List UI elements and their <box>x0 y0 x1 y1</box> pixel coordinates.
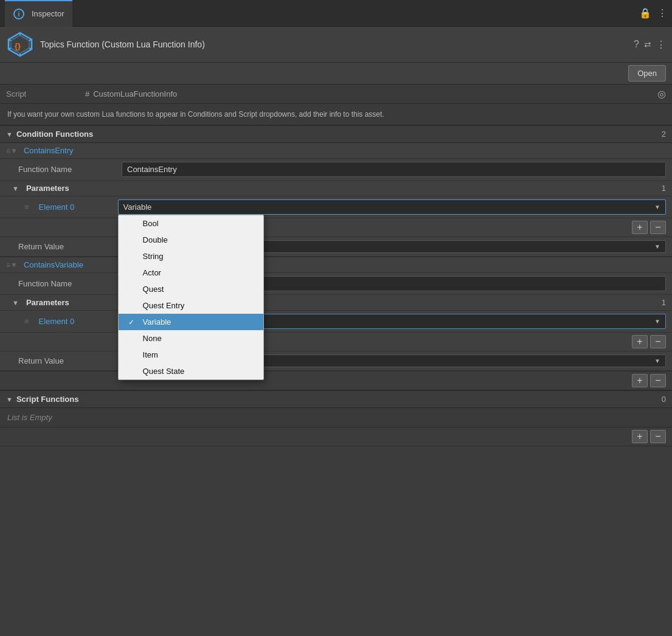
element-row-2: ≡ Element 0 Variable ▼ <box>0 311 672 333</box>
params-count-1: 1 <box>662 184 666 193</box>
lock-icon[interactable]: 🔒 <box>639 7 651 19</box>
tab-label: Inspector <box>32 9 64 18</box>
condition-functions-count: 2 <box>662 130 666 139</box>
remove-condition-fn[interactable]: − <box>650 374 666 387</box>
dropdown-option-quest-state[interactable]: Quest State <box>119 363 263 379</box>
dropdown-option-quest-entry[interactable]: Quest Entry <box>119 297 263 314</box>
dropdown-option-item[interactable]: Item <box>119 347 263 363</box>
params-pm-row-2: + − <box>0 333 672 351</box>
script-value: # CustomLuaFunctionInfo <box>85 89 651 99</box>
remove-param-2[interactable]: − <box>650 335 666 348</box>
collapse-triangle: ▼ <box>6 131 13 138</box>
open-button[interactable]: Open <box>628 65 666 81</box>
empty-list-label: List is Empty <box>7 413 52 422</box>
return-arrow-1: ▼ <box>654 243 660 250</box>
function-header-contains-entry: ≡▼ ContainsEntry <box>0 143 672 159</box>
script-collapse-triangle: ▼ <box>6 396 13 403</box>
add-param-1[interactable]: + <box>632 221 648 234</box>
return-row-2: Return Value ▼ <box>0 351 672 371</box>
function-block-contains-entry: ≡▼ ContainsEntry Function Name ContainsE… <box>0 143 672 257</box>
drag-handle-1[interactable]: ≡▼ <box>6 147 18 155</box>
params-triangle-1: ▼ <box>12 185 19 192</box>
svg-text:{}: {} <box>15 41 21 50</box>
transform-icon[interactable]: ⇄ <box>644 40 651 49</box>
script-functions-count: 0 <box>662 395 666 404</box>
component-header-actions: ? ⇄ ⋮ <box>634 39 666 50</box>
fn-title-2: ContainsVariable <box>24 260 83 269</box>
return-label-2: Return Value <box>18 356 116 365</box>
empty-list: List is Empty <box>0 408 672 427</box>
function-header-contains-variable: ≡▼ ContainsVariable <box>0 257 672 273</box>
element-label-2: Element 0 <box>39 317 112 326</box>
component-icon: {} <box>6 30 34 58</box>
fn-name-label-1: Function Name <box>18 165 116 174</box>
return-row-1: Return Value ▼ <box>0 237 672 257</box>
remove-script-fn[interactable]: − <box>650 430 666 443</box>
params-header-1: ▼ Parameters 1 <box>0 181 672 196</box>
tab-bar: i Inspector 🔒 ⋮ <box>0 0 672 27</box>
element-row-1: ≡ Element 0 Variable ▼ Bool Double Stri <box>0 196 672 218</box>
target-icon[interactable]: ◎ <box>657 88 666 100</box>
params-label-1: Parameters <box>26 184 658 193</box>
dropdown-option-quest[interactable]: Quest <box>119 281 263 297</box>
dropdown-menu: Bool Double String Actor Quest <box>118 215 264 380</box>
more-icon[interactable]: ⋮ <box>657 7 667 19</box>
fn-title-1: ContainsEntry <box>24 146 74 155</box>
script-functions-title: Script Functions <box>16 395 662 404</box>
section-script-functions[interactable]: ▼ Script Functions 0 <box>0 390 672 408</box>
element-dropdown-1[interactable]: Variable ▼ <box>118 199 666 215</box>
dropdown-arrow-1: ▼ <box>654 204 660 210</box>
fn-name-value-1[interactable]: ContainsEntry <box>122 162 666 177</box>
dropdown-option-double[interactable]: Double <box>119 232 263 248</box>
dropdown-option-actor[interactable]: Actor <box>119 264 263 281</box>
return-arrow-2: ▼ <box>654 358 660 364</box>
more-options-icon[interactable]: ⋮ <box>656 39 666 50</box>
remove-param-1[interactable]: − <box>650 221 666 234</box>
element-drag-1[interactable]: ≡ <box>24 202 29 212</box>
params-header-2: ▼ Parameters 1 <box>0 295 672 311</box>
params-count-2: 1 <box>662 298 666 307</box>
tab-inspector[interactable]: i Inspector <box>5 0 72 27</box>
return-label-1: Return Value <box>18 242 116 251</box>
info-box: If you want your own custom Lua function… <box>0 104 672 125</box>
script-pm-row: + − <box>0 427 672 446</box>
dropdown-option-string[interactable]: String <box>119 248 263 264</box>
params-pm-row-1: + − <box>0 218 672 237</box>
script-label: Script <box>6 89 79 99</box>
component-title: Topics Function (Custom Lua Function Inf… <box>40 40 634 49</box>
drag-handle-2[interactable]: ≡▼ <box>6 261 18 269</box>
add-param-2[interactable]: + <box>632 335 648 348</box>
section-condition-functions[interactable]: ▼ Condition Functions 2 <box>0 125 672 143</box>
add-script-fn[interactable]: + <box>632 430 648 443</box>
dropdown-arrow-2: ▼ <box>654 318 660 325</box>
info-text: If you want your own custom Lua function… <box>7 110 384 119</box>
function-block-contains-variable: ≡▼ ContainsVariable Function Name Contai… <box>0 257 672 372</box>
script-name: CustomLuaFunctionInfo <box>93 89 177 99</box>
element-drag-2[interactable]: ≡ <box>24 317 29 326</box>
hash-icon: # <box>85 89 89 99</box>
element-label-1: Element 0 <box>39 202 112 212</box>
info-icon: i <box>13 9 24 19</box>
check-variable: ✓ <box>128 318 138 327</box>
dropdown-wrapper-1: Variable ▼ Bool Double String <box>118 199 666 215</box>
fn-name-label-2: Function Name <box>18 279 116 288</box>
dropdown-option-bool[interactable]: Bool <box>119 215 263 232</box>
condition-pm-row: + − <box>0 372 672 390</box>
component-header: {} Topics Function (Custom Lua Function … <box>0 27 672 63</box>
tab-bar-actions: 🔒 ⋮ <box>639 7 667 19</box>
add-condition-fn[interactable]: + <box>632 374 648 387</box>
function-name-row-2: Function Name ContainsVariable <box>0 273 672 295</box>
dropdown-option-none[interactable]: None <box>119 330 263 347</box>
function-name-row-1: Function Name ContainsEntry <box>0 159 672 181</box>
condition-functions-title: Condition Functions <box>16 130 662 139</box>
help-icon[interactable]: ? <box>634 39 639 50</box>
dropdown-option-variable[interactable]: ✓ Variable <box>119 314 263 330</box>
params-triangle-2: ▼ <box>12 299 19 306</box>
script-row: Script # CustomLuaFunctionInfo ◎ <box>0 85 672 104</box>
